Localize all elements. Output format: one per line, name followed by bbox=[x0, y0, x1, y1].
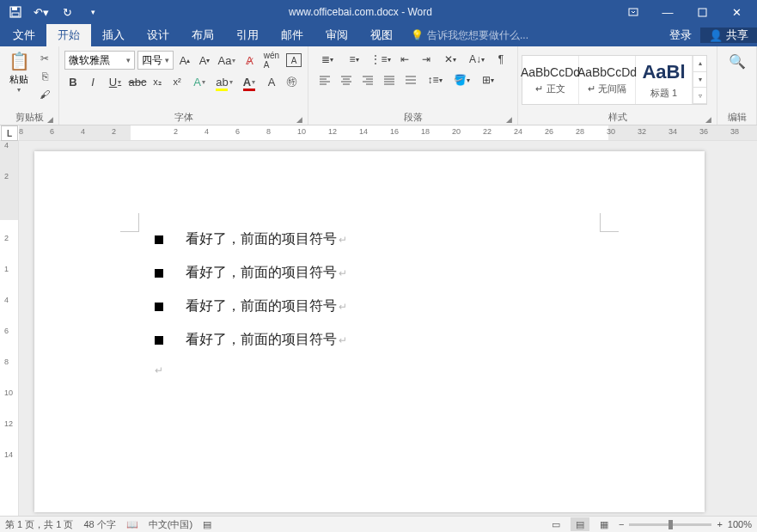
tab-home[interactable]: 开始 bbox=[46, 24, 91, 46]
minimize-icon[interactable]: — bbox=[650, 2, 685, 22]
list-item[interactable]: 看好了，前面的项目符号↵ bbox=[137, 331, 601, 349]
align-left-icon[interactable] bbox=[315, 71, 334, 89]
gallery-scroll[interactable]: ▴▾▿ bbox=[693, 56, 706, 104]
zoom-out-button[interactable]: − bbox=[619, 519, 624, 529]
enclose-char-icon[interactable]: ㊕ bbox=[283, 73, 300, 90]
multilevel-icon[interactable]: ⋮≡▾ bbox=[369, 51, 393, 68]
style-normal[interactable]: AaBbCcDd↵ 正文 bbox=[522, 56, 579, 104]
show-marks-icon[interactable]: ¶ bbox=[491, 51, 510, 68]
more-icon[interactable]: ▿ bbox=[693, 88, 706, 104]
char-border-icon[interactable]: A bbox=[285, 52, 302, 69]
zoom-level[interactable]: 100% bbox=[728, 519, 752, 529]
tab-insert[interactable]: 插入 bbox=[91, 24, 136, 46]
list-text[interactable]: 看好了，前面的项目符号 bbox=[186, 230, 337, 248]
underline-button[interactable]: U▾ bbox=[104, 73, 126, 90]
qat-more-icon[interactable]: ▾ bbox=[81, 2, 105, 22]
paste-button[interactable]: 粘贴 bbox=[9, 73, 28, 86]
read-mode-icon[interactable]: ▭ bbox=[546, 517, 565, 531]
text-effects-icon[interactable]: A▾ bbox=[188, 73, 211, 90]
macro-icon[interactable]: ▤ bbox=[203, 519, 211, 530]
find-icon[interactable]: 🔍 bbox=[729, 52, 746, 70]
paste-icon[interactable]: 📋 bbox=[9, 51, 30, 71]
strike-button[interactable]: abc bbox=[129, 73, 146, 90]
indent-inc-icon[interactable]: ⇥ bbox=[417, 51, 436, 68]
tab-design[interactable]: 设计 bbox=[136, 24, 180, 46]
zoom-slider[interactable] bbox=[629, 523, 711, 526]
shrink-font-icon[interactable]: A▾ bbox=[196, 52, 213, 69]
tab-mail[interactable]: 邮件 bbox=[270, 24, 314, 46]
phonetic-guide-icon[interactable]: wénA bbox=[260, 52, 283, 69]
align-right-icon[interactable] bbox=[358, 71, 377, 89]
change-case-icon[interactable]: Aa▾ bbox=[216, 52, 238, 69]
vertical-ruler[interactable]: 4221468101214 bbox=[0, 141, 19, 516]
list-text[interactable]: 看好了，前面的项目符号 bbox=[186, 331, 337, 349]
status-page[interactable]: 第 1 页，共 1 页 bbox=[5, 518, 73, 531]
list-item[interactable]: 看好了，前面的项目符号↵ bbox=[137, 230, 601, 248]
bold-button[interactable]: B bbox=[64, 73, 82, 90]
clear-format-icon[interactable]: A̷ bbox=[241, 52, 258, 69]
sort-icon[interactable]: A↓▾ bbox=[465, 51, 489, 68]
highlight-icon[interactable]: ab▾ bbox=[213, 73, 235, 90]
login-button[interactable]: 登录 bbox=[661, 28, 700, 43]
styles-label: 样式 bbox=[608, 112, 627, 122]
list-item[interactable]: 看好了，前面的项目符号↵ bbox=[137, 297, 601, 315]
list-item[interactable]: 看好了，前面的项目符号↵ bbox=[137, 264, 601, 282]
horizontal-ruler[interactable]: L 86422468101214161820222426283032343638… bbox=[0, 125, 757, 141]
web-layout-icon[interactable]: ▦ bbox=[595, 517, 614, 531]
numbering-icon[interactable]: ≡▾ bbox=[342, 51, 366, 68]
status-words[interactable]: 48 个字 bbox=[83, 518, 115, 531]
font-color-icon[interactable]: A▾ bbox=[238, 73, 260, 90]
save-icon[interactable] bbox=[3, 2, 27, 22]
dialog-launcher-icon[interactable]: ◢ bbox=[705, 115, 711, 124]
document-content[interactable]: 看好了，前面的项目符号↵看好了，前面的项目符号↵看好了，前面的项目符号↵看好了，… bbox=[137, 230, 601, 349]
tab-view[interactable]: 视图 bbox=[359, 24, 404, 46]
list-text[interactable]: 看好了，前面的项目符号 bbox=[186, 264, 337, 282]
undo-icon[interactable]: ↶▾ bbox=[29, 2, 53, 22]
tab-layout[interactable]: 布局 bbox=[180, 24, 225, 46]
chevron-up-icon[interactable]: ▴ bbox=[693, 56, 706, 72]
superscript-button[interactable]: x² bbox=[168, 73, 186, 90]
line-spacing-icon[interactable]: ↕≡▾ bbox=[423, 71, 447, 89]
zoom-in-button[interactable]: + bbox=[717, 519, 722, 529]
tab-review[interactable]: 审阅 bbox=[314, 24, 359, 46]
maximize-icon[interactable] bbox=[685, 2, 719, 22]
ribbon-options-icon[interactable] bbox=[616, 2, 650, 22]
page[interactable]: 看好了，前面的项目符号↵看好了，前面的项目符号↵看好了，前面的项目符号↵看好了，… bbox=[34, 151, 705, 512]
close-icon[interactable]: ✕ bbox=[719, 2, 754, 22]
align-center-icon[interactable] bbox=[337, 71, 356, 89]
tab-selector[interactable]: L bbox=[1, 125, 18, 141]
tell-me-input[interactable]: 💡告诉我您想要做什么... bbox=[404, 24, 535, 46]
dialog-launcher-icon[interactable]: ◢ bbox=[506, 115, 512, 124]
asian-layout-icon[interactable]: ✕▾ bbox=[438, 51, 462, 68]
font-size-combo[interactable]: 四号▾ bbox=[137, 51, 174, 70]
style-nospacing[interactable]: AaBbCcDd↵ 无间隔 bbox=[579, 56, 636, 104]
align-dist-icon[interactable] bbox=[401, 71, 420, 89]
share-button[interactable]: 👤共享 bbox=[700, 28, 757, 43]
dialog-launcher-icon[interactable]: ◢ bbox=[296, 115, 302, 124]
status-bar: 第 1 页，共 1 页 48 个字 📖 中文(中国) ▤ ▭ ▤ ▦ − + 1… bbox=[0, 516, 757, 532]
char-shading-icon[interactable]: A bbox=[263, 73, 280, 90]
borders-icon[interactable]: ⊞▾ bbox=[476, 71, 500, 89]
format-painter-icon[interactable]: 🖌 bbox=[36, 87, 53, 102]
print-layout-icon[interactable]: ▤ bbox=[571, 517, 589, 531]
dialog-launcher-icon[interactable]: ◢ bbox=[47, 115, 53, 124]
redo-icon[interactable]: ↻ bbox=[55, 2, 79, 22]
align-justify-icon[interactable] bbox=[380, 71, 399, 89]
tab-references[interactable]: 引用 bbox=[225, 24, 270, 46]
subscript-button[interactable]: x₂ bbox=[149, 73, 166, 90]
status-lang[interactable]: 中文(中国) bbox=[149, 518, 192, 531]
indent-dec-icon[interactable]: ⇤ bbox=[395, 51, 414, 68]
proofing-icon[interactable]: 📖 bbox=[126, 519, 138, 530]
style-heading1[interactable]: AaBl标题 1 bbox=[636, 56, 693, 104]
italic-button[interactable]: I bbox=[84, 73, 101, 90]
list-text[interactable]: 看好了，前面的项目符号 bbox=[186, 297, 337, 315]
cut-icon[interactable]: ✂ bbox=[36, 51, 53, 66]
font-name-combo[interactable]: 微软雅黑▾ bbox=[64, 51, 135, 70]
chevron-down-icon[interactable]: ▾ bbox=[693, 72, 706, 89]
copy-icon[interactable]: ⎘ bbox=[36, 69, 53, 84]
bullets-icon[interactable]: ≣▾ bbox=[315, 51, 339, 68]
bullet-icon bbox=[155, 303, 163, 311]
shading-icon[interactable]: 🪣▾ bbox=[449, 71, 473, 89]
grow-font-icon[interactable]: A▴ bbox=[176, 52, 193, 69]
tab-file[interactable]: 文件 bbox=[2, 24, 46, 46]
